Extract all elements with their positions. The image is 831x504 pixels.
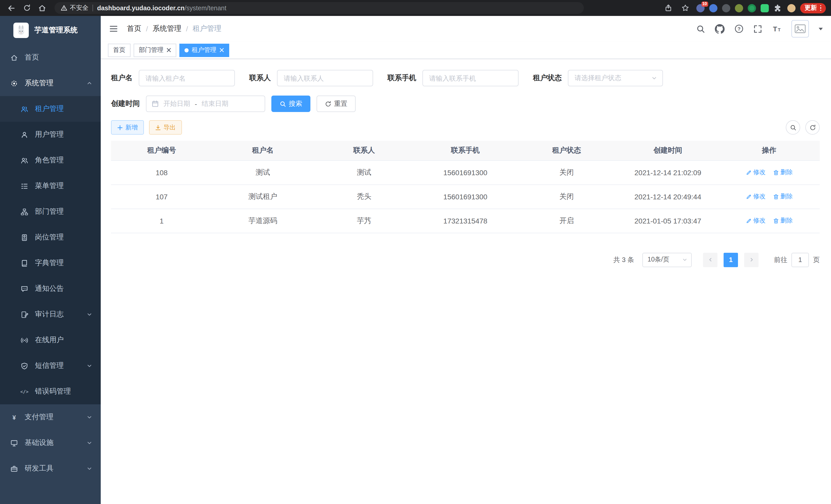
contact-input[interactable]	[277, 70, 373, 86]
sidebar-item-sms-management[interactable]: 短信管理	[0, 353, 101, 379]
sidebar: 芋道管理系统 首页 系统管理 租户管理 用户管理 角色管理	[0, 16, 101, 504]
sidebar-item-system-management[interactable]: 系统管理	[0, 70, 101, 96]
sidebar-item-audit-log[interactable]: 审计日志	[0, 302, 101, 327]
tab-tenant-management[interactable]: 租户管理	[179, 43, 229, 57]
help-icon[interactable]: ?	[735, 24, 744, 33]
date-range-picker[interactable]: 开始日期 - 结束日期	[146, 95, 265, 112]
sidebar-item-dev-tools[interactable]: 研发工具	[0, 456, 101, 481]
search-icon[interactable]	[696, 24, 705, 33]
export-button[interactable]: 导出	[149, 120, 182, 135]
delete-link[interactable]: 删除	[773, 192, 793, 201]
sidebar-item-notice[interactable]: 通知公告	[0, 276, 101, 302]
extension-icon-blue[interactable]	[709, 4, 717, 12]
sidebar-item-dict-management[interactable]: 字典管理	[0, 250, 101, 276]
refresh-button[interactable]	[805, 120, 820, 135]
extension-icon-green-square[interactable]	[760, 4, 769, 12]
share-icon[interactable]	[662, 2, 675, 14]
chevron-down-icon[interactable]	[819, 28, 823, 30]
bookmark-star-icon[interactable]	[679, 2, 691, 14]
toggle-search-button[interactable]	[786, 120, 800, 135]
page-size-select[interactable]: 10条/页	[642, 253, 692, 267]
column-header: 租户编号	[111, 141, 212, 160]
status-select[interactable]: 请选择租户状态	[568, 70, 663, 86]
filter-contact: 联系人	[249, 70, 373, 86]
close-icon[interactable]	[167, 48, 171, 52]
sidebar-item-user-management[interactable]: 用户管理	[0, 122, 101, 147]
extension-icon-olive[interactable]	[735, 4, 743, 12]
sidebar-logo[interactable]: 芋道管理系统	[0, 16, 101, 45]
cell-created: 2021-12-14 20:49:44	[617, 184, 718, 209]
edit-link[interactable]: 修改	[745, 216, 766, 225]
date-separator: -	[195, 100, 197, 108]
search-label: 搜索	[289, 99, 302, 109]
chevron-left-icon	[708, 257, 713, 263]
sidebar-item-menu-management[interactable]: 菜单管理	[0, 173, 101, 199]
edit-link[interactable]: 修改	[745, 168, 766, 177]
book-icon	[21, 259, 28, 267]
sidebar-item-infrastructure[interactable]: 基础设施	[0, 430, 101, 456]
breadcrumb-system[interactable]: 系统管理	[153, 24, 181, 33]
trash-icon	[773, 169, 779, 175]
tab-home[interactable]: 首页	[108, 43, 131, 57]
pagination: 共 3 条 10条/页 1 前往 页	[111, 253, 820, 267]
delete-link[interactable]: 删除	[773, 216, 793, 225]
reload-icon[interactable]	[21, 2, 33, 14]
shield-icon	[21, 362, 28, 369]
page-size-value: 10条/页	[648, 255, 669, 264]
search-button[interactable]: 搜索	[271, 95, 310, 112]
back-icon[interactable]	[5, 2, 18, 14]
tab-dept-management[interactable]: 部门管理	[134, 43, 176, 57]
select-placeholder: 请选择租户状态	[575, 73, 621, 83]
top-navbar: 首页 / 系统管理 / 租户管理 ? TT	[101, 16, 831, 41]
extension-icon-dark[interactable]	[722, 4, 730, 12]
extension-icon-badged[interactable]: 10	[696, 4, 704, 12]
sidebar-item-payment[interactable]: ¥ 支付管理	[0, 404, 101, 430]
delete-link[interactable]: 删除	[773, 168, 793, 177]
cell-status: 关闭	[516, 160, 617, 184]
filter-phone: 联系手机	[388, 70, 519, 86]
extension-icon-green-circle[interactable]	[747, 4, 756, 12]
avatar[interactable]	[792, 20, 809, 37]
filter-tenant-name: 租户名	[111, 70, 235, 86]
font-size-icon[interactable]: TT	[772, 24, 782, 33]
sidebar-item-post-management[interactable]: 岗位管理	[0, 225, 101, 250]
current-page-button[interactable]: 1	[724, 253, 738, 267]
phone-input[interactable]	[423, 70, 519, 86]
cell-created: 2021-01-05 17:03:47	[617, 209, 718, 233]
sidebar-item-dept-management[interactable]: 部门管理	[0, 199, 101, 225]
sidebar-item-label: 在线用户	[35, 335, 64, 345]
sidebar-item-role-management[interactable]: 角色管理	[0, 147, 101, 173]
page-unit-label: 页	[813, 255, 820, 264]
address-bar[interactable]: 不安全 dashboard.yudao.iocoder.cn/system/te…	[55, 2, 584, 14]
github-icon[interactable]	[715, 24, 725, 34]
fullscreen-icon[interactable]	[753, 24, 762, 33]
tenant-name-input[interactable]	[139, 70, 235, 86]
goto-page-input[interactable]	[792, 253, 809, 267]
sidebar-item-label: 用户管理	[35, 130, 64, 139]
edit-link[interactable]: 修改	[745, 192, 766, 201]
sidebar-toggle-icon[interactable]	[109, 24, 118, 33]
delete-label: 删除	[780, 192, 793, 201]
next-page-button[interactable]	[744, 253, 758, 267]
update-button[interactable]: 更新	[800, 3, 826, 13]
close-icon[interactable]	[220, 48, 224, 52]
add-button[interactable]: 新增	[111, 120, 144, 135]
profile-avatar-icon[interactable]	[787, 4, 795, 12]
security-chip[interactable]: 不安全	[61, 4, 88, 12]
edit-label: 修改	[753, 192, 766, 201]
column-header: 联系人	[314, 141, 415, 160]
reset-button[interactable]: 重置	[317, 95, 355, 112]
sidebar-item-online-users[interactable]: 在线用户	[0, 327, 101, 353]
sidebar-item-tenant-management[interactable]: 租户管理	[0, 96, 101, 122]
breadcrumb-home[interactable]: 首页	[127, 24, 141, 33]
cell-phone: 17321315478	[415, 209, 516, 233]
home-icon[interactable]	[36, 2, 48, 14]
prev-page-button[interactable]	[703, 253, 717, 267]
plus-icon	[117, 125, 123, 130]
extensions-puzzle-icon[interactable]	[773, 2, 782, 14]
cell-status: 关闭	[516, 184, 617, 209]
sidebar-item-home[interactable]: 首页	[0, 45, 101, 70]
sidebar-item-error-code[interactable]: </> 错误码管理	[0, 379, 101, 404]
chevron-down-icon	[86, 466, 92, 472]
sidebar-item-label: 通知公告	[35, 284, 64, 293]
